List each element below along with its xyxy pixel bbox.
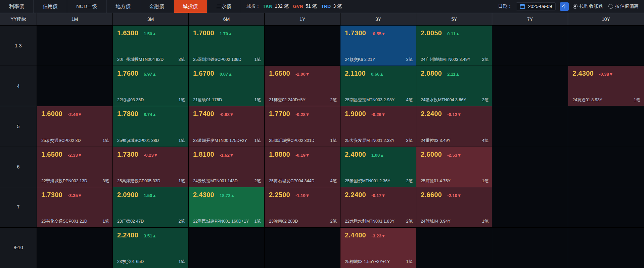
bond-name: 25河源01 4.75Y: [421, 178, 451, 184]
bond-cell-5-3Y[interactable]: 1.9000-0.26▼25大兴发展MTN001 2.33Y3笔: [340, 106, 416, 146]
yield-value: 1.7300: [117, 151, 138, 158]
bond-name: 22宁海城投PPN002 13D: [41, 178, 87, 184]
bond-name: 25高淳建设CP005 33D: [117, 178, 160, 184]
today-button[interactable]: 今: [560, 2, 569, 11]
rating-label: 5: [0, 106, 37, 146]
yield-value: 2.0900: [117, 191, 138, 199]
yield-value: 2.4000: [345, 151, 366, 158]
summary-tag-gvn: GVN: [293, 4, 303, 9]
summary-items: TKN132 笔GVN51 笔TRD3 笔: [263, 3, 344, 9]
bond-cell-1-3-3Y[interactable]: 1.7300-0.55▼24赣交K6 2.21Y3笔: [340, 26, 416, 66]
bond-cell-5-3M[interactable]: 1.78008.74▲25知识城SCP001 38D1笔: [113, 106, 189, 146]
change-value: -2.46▼: [68, 112, 82, 117]
change-value: 0.11▲: [447, 31, 460, 36]
tab-地方债[interactable]: 地方债: [107, 0, 140, 13]
radio-按估值偏离[interactable]: 按估值偏离: [608, 3, 639, 9]
trade-count: 1笔: [255, 57, 261, 63]
trade-count: 2笔: [482, 97, 489, 103]
bond-cell-6-6M[interactable]: 1.8100-1.62▼24云铁投MTN001 143D2笔: [189, 147, 265, 187]
trade-summary: 城投： TKN132 笔GVN51 笔TRD3 笔: [246, 0, 344, 13]
bond-name: 24冀通01 8.93Y: [572, 97, 602, 103]
yield-value: 1.6700: [193, 70, 214, 77]
grid-row-8-10: 8-102.24003.51▲23东乡01 65D1笔2.4400-3.23▼2…: [0, 228, 644, 268]
date-label: 日期：: [498, 3, 512, 9]
tab-利率债[interactable]: 利率债: [0, 0, 34, 13]
trade-count: 1笔: [634, 97, 640, 103]
yield-value: 2.1100: [345, 70, 366, 77]
trade-count: 4笔: [482, 138, 489, 144]
bond-cell-5-6M[interactable]: 1.7400-0.98▼23港城开发MTN00 175D+2Y1笔: [189, 106, 265, 146]
bond-terminal: 利率债信用债NCD二级地方债金融债城投债二永债 城投： TKN132 笔GVN5…: [0, 0, 644, 268]
change-value: -0.17▼: [371, 193, 386, 198]
tab-城投债[interactable]: 城投债: [174, 0, 208, 13]
empty-cell: [568, 106, 644, 146]
summary-count: 3 笔: [333, 3, 342, 9]
bond-name: 25南昌交投MTN003 2.98Y: [345, 97, 395, 103]
tab-二永债[interactable]: 二永债: [208, 0, 241, 13]
bond-cell-6-1M[interactable]: 1.6500-2.33▼22宁海城投PPN002 13D3笔: [37, 147, 113, 187]
change-value: -1.19▼: [295, 193, 310, 198]
bond-cell-8-10-3Y[interactable]: 2.4400-3.23▼25柳城03 1.55Y+2Y+1Y1笔: [340, 228, 416, 268]
date-value[interactable]: 2025-09-09: [528, 4, 552, 9]
bond-cell-7-6M[interactable]: 2.430018.72▲22重民城建PPN001 160D+1Y1笔: [189, 187, 265, 227]
bond-cell-6-3M[interactable]: 1.7300-0.23▼25高淳建设CP005 33D1笔: [113, 147, 189, 187]
yield-value: 1.7000: [193, 29, 214, 37]
radio-按昨收涨跌[interactable]: 按昨收涨跌: [573, 3, 603, 9]
bond-cell-7-3M[interactable]: 2.09001.50▲23广德02 47D2笔: [113, 187, 189, 227]
bond-cell-7-1Y[interactable]: 2.2500-1.19▼23渝南02 283D2笔: [265, 187, 340, 227]
tab-NCD二级[interactable]: NCD二级: [67, 0, 107, 13]
bond-cell-4-1Y[interactable]: 1.6500-2.00▼21穗交02 240D+5Y2笔: [265, 66, 340, 106]
empty-cell: [189, 228, 265, 268]
date-picker[interactable]: 2025-09-09: [516, 2, 556, 10]
bond-cell-4-3M[interactable]: 1.76006.97▲22绍城03 35D1笔: [113, 66, 189, 106]
empty-cell: [37, 66, 113, 106]
grid-row-4: 41.76006.97▲22绍城03 35D1笔1.67000.07▲21厦轨0…: [0, 66, 644, 106]
bond-cell-4-5Y[interactable]: 2.08002.11▲24赣水投MTN004 3.66Y2笔: [416, 66, 492, 106]
bond-cell-4-10Y[interactable]: 2.4300-0.38▼24冀通01 8.93Y1笔: [568, 66, 644, 106]
change-value: -2.53▼: [447, 153, 462, 158]
yield-value: 1.7800: [117, 110, 138, 118]
bond-cell-1-3-3M[interactable]: 1.63001.50▲20广州城投MTN004 92D3笔: [113, 26, 189, 66]
summary-tag-tkn: TKN: [263, 4, 273, 9]
yield-value: 2.4300: [193, 191, 214, 199]
tab-金融债[interactable]: 金融债: [140, 0, 174, 13]
bond-cell-4-6M[interactable]: 1.67000.07▲21厦轨01 176D1笔: [189, 66, 265, 106]
tab-信用债[interactable]: 信用债: [34, 0, 67, 13]
bond-cell-8-10-3M[interactable]: 2.24003.51▲23东乡01 65D1笔: [113, 228, 189, 268]
bond-cell-1-3-5Y[interactable]: 2.00500.11▲24广州地铁MTN003 3.49Y2笔: [416, 26, 492, 66]
bond-cell-7-3Y[interactable]: 2.2400-0.17▼22龙腾水利MTN001 1.83Y2笔: [340, 187, 416, 227]
bond-cell-6-1Y[interactable]: 1.8800-0.19▼25黄石城发CP004 344D4笔: [265, 147, 340, 187]
yield-value: 2.2500: [269, 191, 290, 199]
bond-cell-5-1Y[interactable]: 1.7700-0.28▼25临沂城投CP002 301D1笔: [265, 106, 340, 146]
bond-cell-5-5Y[interactable]: 2.2400-0.12▼24重控03 3.49Y4笔: [416, 106, 492, 146]
bond-name: 24云铁投MTN001 143D: [193, 178, 238, 184]
bond-cell-7-1M[interactable]: 1.7300-3.35▼25兴化交通SCP001 21D1笔: [37, 187, 113, 227]
trade-count: 1笔: [482, 219, 489, 224]
change-value: -3.23▼: [371, 233, 386, 238]
bond-cell-4-3Y[interactable]: 2.11000.66▲25南昌交投MTN003 2.98Y4笔: [340, 66, 416, 106]
empty-cell: [568, 228, 644, 268]
yield-value: 1.7300: [41, 191, 62, 199]
bond-name: 25泰交通SCP002 8D: [41, 138, 81, 144]
yield-value: 1.8100: [193, 151, 214, 158]
trade-count: 1笔: [179, 178, 185, 184]
bond-cell-6-5Y[interactable]: 2.6000-2.53▼25河源01 4.75Y1笔: [416, 147, 492, 187]
trade-count: 1笔: [330, 138, 337, 144]
grid-body: 1-31.63001.50▲20广州城投MTN004 92D3笔1.70001.…: [0, 26, 644, 268]
yield-value: 2.6000: [421, 151, 442, 158]
trade-count: 3笔: [179, 57, 185, 63]
bond-cell-1-3-6M[interactable]: 1.70001.70▲25深圳地铁SCP002 136D1笔: [189, 26, 265, 66]
bond-cell-6-3Y[interactable]: 2.40001.00▲25景国资MTN001 2.36Y2笔: [340, 147, 416, 187]
trade-count: 1笔: [179, 259, 185, 265]
change-value: 18.72▲: [220, 193, 235, 198]
bond-name: 25黄石城发CP004 344D: [269, 178, 314, 184]
change-value: 1.00▲: [371, 153, 384, 158]
bond-name: 25深圳地铁SCP002 136D: [193, 57, 241, 63]
bond-cell-7-5Y[interactable]: 2.6600-2.10▼24菏城04 3.94Y1笔: [416, 187, 492, 227]
trade-count: 4笔: [406, 97, 413, 103]
trade-count: 2笔: [179, 219, 185, 224]
empty-cell: [568, 187, 644, 227]
trade-count: 1笔: [406, 259, 413, 265]
trade-count: 1笔: [482, 178, 489, 184]
bond-cell-5-1M[interactable]: 1.6000-2.46▼25泰交通SCP002 8D1笔: [37, 106, 113, 146]
